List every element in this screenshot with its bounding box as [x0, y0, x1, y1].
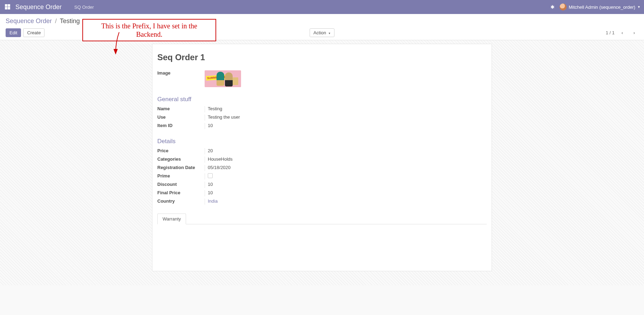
main-navbar: Sequence Order SQ Order ✱ Mitchell Admin…: [0, 0, 644, 14]
pager-prev[interactable]: ‹: [618, 29, 626, 37]
value-name: Testing: [205, 106, 487, 112]
annotation-prefix-note: This is the Prefix, I have set in the Ba…: [82, 19, 216, 41]
value-price: 20: [205, 148, 487, 154]
tab-warranty[interactable]: Warranty: [157, 214, 186, 224]
value-final-price: 10: [205, 190, 487, 196]
breadcrumb-root[interactable]: Sequence Order: [6, 18, 52, 24]
label-discount: Discount: [157, 182, 205, 187]
action-label: Action: [314, 30, 326, 35]
value-item-id: 10: [205, 123, 487, 129]
edit-button[interactable]: Edit: [6, 28, 21, 37]
user-name: Mitchell Admin (sequence_order): [569, 5, 635, 10]
label-registration-date: Registration Date: [157, 165, 205, 170]
menu-sq-order[interactable]: SQ Order: [74, 5, 94, 10]
label-name: Name: [157, 106, 205, 111]
label-image: Image: [157, 70, 205, 76]
form-sheet: Seq Order 1 Image SUMMER SALE General st…: [152, 44, 492, 271]
value-registration-date: 05/18/2020: [205, 165, 487, 171]
app-brand[interactable]: Sequence Order: [15, 4, 62, 11]
navbar-right: ✱ Mitchell Admin (sequence_order) ▼: [550, 0, 640, 14]
breadcrumb-separator: /: [55, 18, 57, 24]
value-prime: [205, 173, 487, 180]
label-country: Country: [157, 198, 205, 204]
heading-details: Details: [157, 138, 487, 145]
label-price: Price: [157, 148, 205, 153]
breadcrumb-current: Testing: [60, 18, 80, 24]
group-general: General stuff Name Testing Use Testing t…: [157, 96, 487, 130]
avatar-icon: [560, 4, 567, 10]
value-country[interactable]: India: [205, 198, 487, 205]
value-discount: 10: [205, 182, 487, 188]
record-title: Seq Order 1: [157, 52, 487, 62]
notebook: Warranty: [157, 214, 487, 224]
create-button[interactable]: Create: [23, 28, 44, 37]
label-final-price: Final Price: [157, 190, 205, 195]
label-categories: Categories: [157, 156, 205, 162]
breadcrumb: Sequence Order / Testing: [6, 18, 80, 25]
form-content: Seq Order 1 Image SUMMER SALE General st…: [0, 40, 644, 285]
user-menu[interactable]: Mitchell Admin (sequence_order) ▼: [560, 4, 640, 10]
menu-sections: SQ Order: [74, 5, 100, 10]
image-field[interactable]: SUMMER SALE: [205, 70, 241, 87]
pager-text: 1 / 1: [606, 30, 615, 35]
label-item-id: Item ID: [157, 123, 205, 128]
action-dropdown[interactable]: Action ▾: [310, 28, 335, 37]
chevron-down-icon: ▼: [637, 5, 640, 9]
label-use: Use: [157, 114, 205, 120]
label-prime: Prime: [157, 173, 205, 178]
prime-checkbox[interactable]: [208, 173, 213, 178]
value-categories: HouseHolds: [205, 156, 487, 163]
group-details: Details Price 20 Categories HouseHolds R…: [157, 138, 487, 206]
heading-general: General stuff: [157, 96, 487, 103]
pager-next[interactable]: ›: [630, 29, 638, 37]
value-use: Testing the user: [205, 114, 487, 121]
chevron-down-icon: ▾: [329, 31, 330, 35]
debug-bug-icon[interactable]: ✱: [550, 4, 555, 10]
apps-icon[interactable]: [5, 4, 11, 10]
